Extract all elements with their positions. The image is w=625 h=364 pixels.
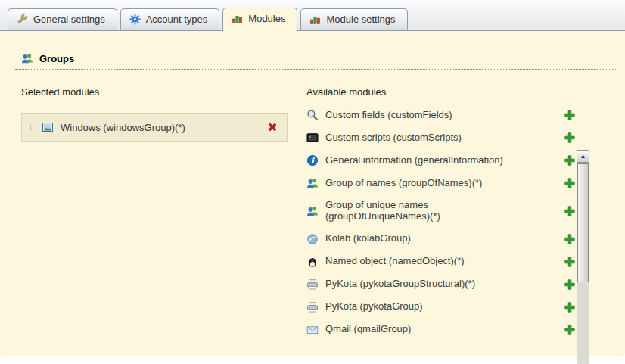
list-item: Custom fields (customFields) xyxy=(306,104,576,126)
magnifier-icon xyxy=(306,109,319,121)
printer-icon xyxy=(306,278,319,291)
delete-x-icon xyxy=(266,121,278,133)
add-module-button[interactable] xyxy=(564,256,576,268)
plus-icon xyxy=(564,132,576,144)
kolab-icon xyxy=(306,233,319,245)
add-module-button[interactable] xyxy=(564,233,576,245)
gear-icon xyxy=(129,14,141,25)
list-item: PyKota (pykotaGroup) xyxy=(306,296,576,319)
selected-modules-heading: Selected modules xyxy=(21,86,288,98)
tab-bar: General settings Account types xyxy=(0,0,625,30)
wrench-icon xyxy=(17,14,28,25)
info-icon: i xyxy=(306,154,319,166)
windows-icon xyxy=(42,121,54,133)
list-item: Named object (namedObject)(*) xyxy=(306,250,576,273)
tab-label: General settings xyxy=(33,14,105,25)
modules-tab-content: Groups Selected modules ↕ Windows (windo… xyxy=(0,30,625,356)
add-module-button[interactable] xyxy=(564,177,576,189)
plus-icon xyxy=(564,205,576,217)
selected-modules-column: Selected modules ↕ Windows (windowsGroup… xyxy=(21,86,288,341)
add-module-button[interactable] xyxy=(564,154,576,166)
scrollbar-thumb[interactable] xyxy=(577,163,589,282)
list-item: PyKota (pykotaGroupStructural)(*) xyxy=(306,273,576,296)
envelope-icon xyxy=(306,324,319,336)
add-module-button[interactable] xyxy=(564,278,576,291)
add-module-button[interactable] xyxy=(564,205,576,217)
printer-icon xyxy=(306,301,319,313)
add-module-button[interactable] xyxy=(564,324,576,336)
selected-module-label: Windows (windowsGroup)(*) xyxy=(61,122,185,133)
section-title: Groups xyxy=(39,53,74,64)
tab-modules[interactable]: Modules xyxy=(222,8,297,31)
tab-module-settings[interactable]: Module settings xyxy=(300,8,407,30)
lam-configuration-page: { "tabs": { "items": [ { "label": "Gener… xyxy=(0,0,625,364)
list-item: Custom scripts (customScripts) xyxy=(306,126,576,149)
module-label: Group of names (groupOfNames)(*) xyxy=(325,178,482,189)
group-icon xyxy=(21,52,33,64)
penguin-icon xyxy=(306,256,319,268)
list-item: Group of unique names (groupOfUniqueName… xyxy=(306,194,576,228)
module-columns: Selected modules ↕ Windows (windowsGroup… xyxy=(0,70,625,341)
module-label: Kolab (kolabGroup) xyxy=(325,233,411,244)
group-icon xyxy=(306,205,319,217)
module-label: Qmail (qmailGroup) xyxy=(325,324,411,335)
module-label: Custom fields (customFields) xyxy=(325,110,452,121)
plus-icon xyxy=(564,256,576,268)
available-modules-scrollbar[interactable]: ▲ ▼ xyxy=(577,150,589,364)
tab-label: Module settings xyxy=(326,14,395,25)
plus-icon xyxy=(564,278,576,291)
modules-icon xyxy=(309,14,321,25)
tab-label: Modules xyxy=(248,13,285,24)
plus-icon xyxy=(564,324,576,336)
plus-icon xyxy=(564,233,576,245)
tab-label: Account types xyxy=(146,14,208,25)
module-label: Named object (namedObject)(*) xyxy=(325,256,465,267)
add-module-button[interactable] xyxy=(564,132,576,144)
plus-icon xyxy=(564,109,576,121)
list-item: Group of names (groupOfNames)(*) xyxy=(306,172,576,194)
available-modules-heading: Available modules xyxy=(306,86,576,98)
module-label: PyKota (pykotaGroup) xyxy=(325,301,423,313)
available-modules-column: Available modules Custom fields (customF… xyxy=(306,86,576,341)
tab-account-types[interactable]: Account types xyxy=(120,8,220,30)
plus-icon xyxy=(564,177,576,189)
list-item: i General information (generalInformatio… xyxy=(306,149,576,172)
group-icon xyxy=(306,177,319,189)
tab-general-settings[interactable]: General settings xyxy=(8,8,117,30)
modules-icon xyxy=(232,13,243,24)
plus-icon xyxy=(564,154,576,166)
terminal-icon xyxy=(306,132,319,144)
add-module-button[interactable] xyxy=(564,301,576,313)
module-label: Group of unique names (groupOfUniqueName… xyxy=(325,200,524,222)
plus-icon xyxy=(564,301,576,313)
add-module-button[interactable] xyxy=(564,109,576,121)
module-label: PyKota (pykotaGroupStructural)(*) xyxy=(325,278,475,290)
drag-handle-icon[interactable]: ↕ xyxy=(26,123,35,132)
module-label: Custom scripts (customScripts) xyxy=(325,132,462,144)
groups-section-heading: Groups xyxy=(15,52,616,70)
scroll-up-button[interactable]: ▲ xyxy=(577,151,589,163)
available-modules-list: Custom fields (customFields) xyxy=(306,104,576,341)
module-label: General information (generalInformation) xyxy=(325,155,503,166)
remove-module-button[interactable] xyxy=(266,121,278,133)
list-item: Qmail (qmailGroup) xyxy=(306,319,576,341)
selected-module-row: ↕ Windows (windowsGroup)(*) xyxy=(21,113,288,142)
list-item: Kolab (kolabGroup) xyxy=(306,228,576,250)
